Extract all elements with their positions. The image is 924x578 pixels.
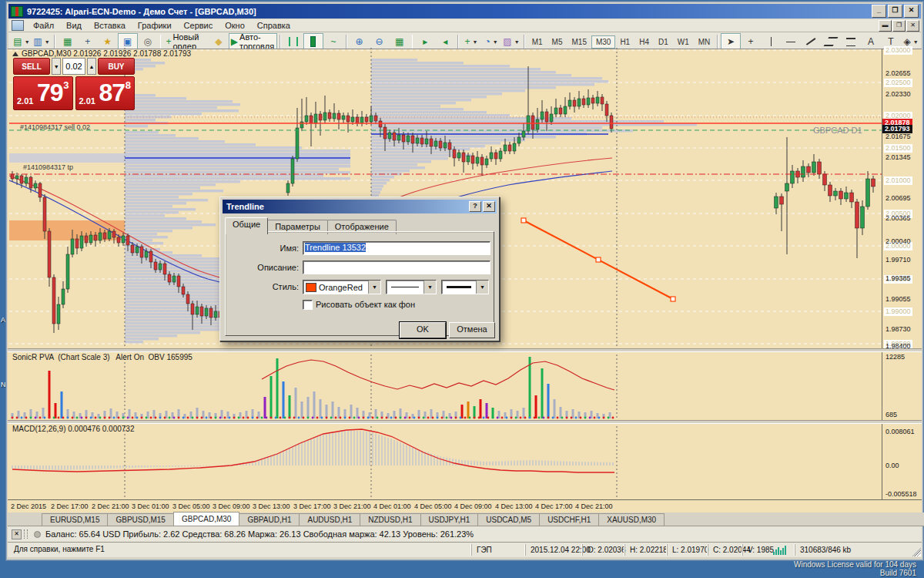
market-watch-button[interactable]: ▦: [58, 33, 78, 50]
menu-Справка[interactable]: Справка: [251, 20, 296, 31]
lot-decrease-button[interactable]: ▼: [52, 58, 61, 75]
crosshair-button[interactable]: +: [741, 33, 761, 50]
profiles-dropdown-icon[interactable]: ▼: [45, 39, 50, 45]
symbol-tab-NZDUSD,H1[interactable]: NZDUSD,H1: [360, 513, 420, 526]
terminal-button[interactable]: ▣: [118, 33, 138, 50]
timeframe-H1-button[interactable]: H1: [615, 35, 634, 49]
dialog-title-bar[interactable]: Trendline ? ✕: [223, 200, 497, 213]
strategy-tester-button[interactable]: ◎: [138, 33, 158, 50]
chart-window-icon[interactable]: [12, 20, 24, 31]
periods-button[interactable]: ◔▼: [481, 33, 501, 50]
chart-close-button[interactable]: ✕: [906, 20, 919, 32]
indicators-button[interactable]: +▼: [461, 33, 481, 50]
symbol-tab-USDCAD,M5[interactable]: USDCAD,M5: [477, 513, 540, 526]
menu-Вставка[interactable]: Вставка: [88, 20, 132, 31]
cancel-button[interactable]: Отмена: [449, 322, 495, 338]
dialog-tab-Общие[interactable]: Общие: [225, 217, 268, 234]
order-sell-label[interactable]: #1410984317 sell 0.02: [20, 123, 90, 131]
menu-Вид[interactable]: Вид: [60, 20, 88, 31]
tile-windows-button[interactable]: ▦: [390, 33, 410, 50]
dialog-help-icon[interactable]: ?: [469, 201, 481, 212]
profiles-button[interactable]: ▥▼: [32, 33, 52, 50]
lot-size-input[interactable]: 0.02: [62, 58, 85, 75]
symbol-tab-USDJPY,H1[interactable]: USDJPY,H1: [420, 513, 479, 526]
terminal-grip[interactable]: [24, 529, 28, 539]
menu-Окно[interactable]: Окно: [219, 20, 251, 31]
timeframe-W1-button[interactable]: W1: [673, 35, 694, 49]
text-button[interactable]: A: [861, 33, 881, 50]
symbol-tab-USDCHF,H1[interactable]: USDCHF,H1: [539, 513, 599, 526]
line-width-dropdown-icon[interactable]: ▼: [476, 281, 488, 294]
timeframe-MN-button[interactable]: MN: [694, 35, 715, 49]
line-style-dropdown-icon[interactable]: ▼: [424, 281, 436, 294]
pane-splitter-1[interactable]: [8, 348, 922, 352]
timeframe-M15-button[interactable]: M15: [567, 35, 591, 49]
lot-increase-button[interactable]: ▲: [87, 58, 96, 75]
line-style-select[interactable]: ▼: [386, 280, 437, 294]
line-width-select[interactable]: ▼: [441, 280, 489, 294]
menu-Сервис[interactable]: Сервис: [178, 20, 219, 31]
minimize-button[interactable]: _: [872, 5, 886, 18]
equidistant-channel-button[interactable]: [821, 33, 841, 50]
vertical-line-button[interactable]: [761, 33, 781, 50]
name-input[interactable]: Trendline 13532: [303, 241, 490, 255]
timeframe-D1-button[interactable]: D1: [654, 35, 673, 49]
chart-minimize-button[interactable]: ▬: [879, 20, 892, 32]
new-chart-dropdown-icon[interactable]: ▼: [25, 39, 30, 45]
arrows-dropdown-icon[interactable]: ▼: [913, 39, 919, 45]
pane-splitter-2[interactable]: [8, 420, 922, 424]
symbol-tab-GBPAUD,H1[interactable]: GBPAUD,H1: [239, 513, 300, 526]
buy-price-button[interactable]: 2.01 87 8: [75, 76, 136, 110]
color-dropdown-icon[interactable]: ▼: [368, 281, 380, 294]
resize-grip[interactable]: [912, 547, 921, 556]
ok-button[interactable]: OK: [400, 322, 446, 338]
background-checkbox[interactable]: [303, 300, 313, 310]
chart-shift-button[interactable]: ◂: [435, 33, 455, 50]
collapse-triangle-icon[interactable]: [12, 52, 18, 56]
trendline-tool-button[interactable]: [801, 33, 821, 50]
fibonacci-button[interactable]: [841, 33, 861, 50]
horizontal-line-button[interactable]: [781, 33, 801, 50]
timeframe-M5-button[interactable]: M5: [547, 35, 567, 49]
close-button[interactable]: ✕: [904, 5, 919, 18]
zoom-in-button[interactable]: ⊕: [350, 33, 370, 50]
zoom-out-button[interactable]: ⊖: [370, 33, 390, 50]
auto-scroll-button[interactable]: ▸: [415, 33, 435, 50]
timeframe-M30-button[interactable]: M30: [591, 35, 615, 49]
templates-dropdown-icon[interactable]: ▼: [514, 39, 520, 45]
sell-price-button[interactable]: 2.01 79 3: [13, 76, 73, 110]
metaeditor-button[interactable]: ◆: [209, 33, 229, 50]
new-chart-button[interactable]: ▤▼: [12, 33, 32, 50]
description-input[interactable]: [303, 260, 490, 274]
maximize-button[interactable]: ❐: [888, 5, 902, 18]
order-tp-label[interactable]: #1410984317 tp: [23, 163, 73, 171]
templates-button[interactable]: ▨▼: [501, 33, 521, 50]
line-chart-button[interactable]: ~: [323, 33, 343, 50]
timeframe-M1-button[interactable]: M1: [527, 35, 547, 49]
menu-Графики[interactable]: Графики: [132, 20, 178, 31]
terminal-close-icon[interactable]: ✕: [12, 529, 22, 539]
data-window-button[interactable]: +: [78, 33, 98, 50]
color-select[interactable]: OrangeRed ▼: [303, 280, 381, 294]
indicators-dropdown-icon[interactable]: ▼: [473, 39, 478, 45]
navigator-button[interactable]: ★: [98, 33, 118, 50]
bars-chart-button[interactable]: [283, 33, 303, 50]
chart-restore-button[interactable]: ❐: [892, 20, 906, 32]
candles-chart-button[interactable]: [303, 33, 323, 50]
title-bar[interactable]: 9722425: Alpari-ECN-Demo - Демо Счет - […: [8, 4, 921, 18]
new-order-button[interactable]: +Новый ордер: [163, 33, 208, 50]
time-axis[interactable]: 2 Dec 20152 Dec 17:002 Dec 21:003 Dec 01…: [8, 499, 922, 513]
cursor-button[interactable]: ➤: [721, 33, 741, 50]
periods-dropdown-icon[interactable]: ▼: [493, 39, 498, 45]
symbol-tab-GBPUSD,M15[interactable]: GBPUSD,M15: [107, 513, 173, 526]
autotrading-button[interactable]: ▶Авто-торговля: [229, 33, 277, 50]
symbol-tab-XAUUSD,M30[interactable]: XAUUSD,M30: [598, 513, 665, 526]
symbol-tab-GBPCAD,M30[interactable]: GBPCAD,M30: [173, 512, 239, 526]
timeframe-H4-button[interactable]: H4: [634, 35, 654, 49]
symbol-tab-AUDUSD,H1[interactable]: AUDUSD,H1: [299, 513, 360, 526]
symbol-tab-EURUSD,M15[interactable]: EURUSD,M15: [42, 513, 108, 526]
buy-button[interactable]: BUY: [98, 58, 135, 75]
menu-Файл[interactable]: Файл: [27, 20, 60, 31]
sell-button[interactable]: SELL: [13, 58, 50, 75]
dialog-close-icon[interactable]: ✕: [483, 201, 495, 212]
